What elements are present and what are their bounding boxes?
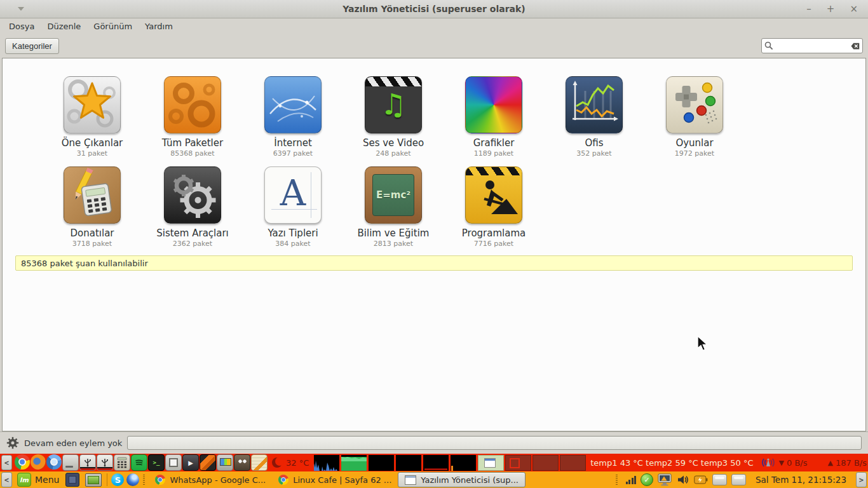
launcher-spotify[interactable] [131, 454, 147, 471]
launcher-usb-creator-1[interactable] [79, 454, 96, 471]
category-graphics[interactable]: Grafikler 1189 paket [444, 76, 544, 158]
category-label: Programlama [462, 227, 526, 239]
category-internet[interactable]: İnternet 6397 paket [243, 76, 343, 158]
search-input[interactable] [775, 41, 846, 51]
category-label: Ses ve Video [363, 137, 424, 149]
launcher-terminal[interactable]: >_ [148, 454, 165, 471]
category-label: İnternet [274, 137, 312, 149]
search-box[interactable] [761, 38, 863, 53]
menu-duzenle[interactable]: Düzenle [41, 20, 87, 33]
taskbar-window-software-manager[interactable]: Yazılım Yöneticisi (sup... [398, 472, 526, 487]
close-button[interactable]: × [850, 4, 858, 14]
mint-menu-icon[interactable]: lm [17, 473, 31, 487]
available-packages-text: 85368 paket şuan kullanılabilir [21, 259, 148, 268]
menu-dosya[interactable]: Dosya [3, 20, 41, 33]
menubar: Dosya Düzenle Görünüm Yardım [0, 18, 868, 34]
category-all-packages[interactable]: Tüm Paketler 85368 paket [142, 76, 243, 158]
net-graph[interactable] [423, 455, 449, 471]
category-label: Yazı Tipleri [268, 227, 318, 239]
launcher-media-player[interactable]: ▶ [182, 454, 199, 471]
available-packages-bar: 85368 paket şuan kullanılabilir [15, 255, 853, 271]
skype-icon[interactable]: S [111, 473, 124, 486]
clapperboard-stripes [365, 77, 421, 86]
taskbar-window-linux-cafe[interactable]: Linux Cafe | Sayfa 62 ... [272, 473, 398, 487]
blue-browser-icon[interactable] [126, 473, 139, 486]
clear-search-icon[interactable] [848, 42, 860, 50]
window-list-handle[interactable] [143, 475, 145, 485]
category-science-education[interactable]: E=mc² Bilim ve Eğitim 2813 paket [343, 166, 444, 248]
category-office[interactable]: Ofis 352 paket [544, 76, 644, 158]
ongoing-actions-text: Devam eden eylem yok [24, 438, 122, 448]
science-education-chalkboard-icon: E=mc² [365, 166, 422, 224]
window-shade-icon[interactable] [18, 7, 24, 11]
graph-3[interactable] [369, 455, 394, 471]
removable-drive-icon-2[interactable] [731, 474, 746, 485]
graph-4[interactable] [396, 455, 421, 471]
menu-yardim[interactable]: Yardım [139, 20, 179, 33]
launcher-gimp[interactable] [234, 454, 250, 471]
launcher-chrome[interactable] [15, 454, 30, 470]
taskbar-expand-button[interactable]: > [856, 472, 867, 487]
cpu-graph[interactable] [314, 455, 339, 471]
category-count: 85368 paket [170, 149, 214, 158]
battery-power-icon[interactable] [694, 475, 708, 484]
workspace-4[interactable] [560, 455, 586, 471]
shield-check-icon[interactable]: ✓ [641, 473, 653, 486]
menu-gorunum[interactable]: Görünüm [87, 20, 139, 33]
workspace-switcher [478, 455, 586, 471]
launcher-text-editor[interactable] [251, 454, 268, 471]
category-label: Sistem Araçları [156, 227, 229, 239]
disk-graph[interactable] [451, 455, 476, 471]
network-signal-icon[interactable] [626, 475, 637, 484]
taskbar-collapse-button[interactable]: < [1, 472, 12, 487]
removable-drive-icon-1[interactable] [712, 474, 727, 485]
panel1-collapse-button[interactable]: < [1, 455, 12, 470]
mint-menu-label[interactable]: Menu [35, 475, 59, 485]
launcher-chromium[interactable] [46, 454, 62, 470]
launcher-bar: >_ ▶ [15, 454, 268, 471]
category-fonts[interactable]: A Yazı Tipleri 384 paket [243, 166, 343, 248]
launcher-usb-creator-2[interactable] [97, 454, 113, 471]
category-programming[interactable]: Programlama 7716 paket [444, 166, 544, 248]
launcher-calculator[interactable] [114, 454, 130, 471]
category-featured[interactable]: Öne Çıkanlar 31 paket [42, 76, 142, 158]
network-speed-applet: ▼ 0 B/s ▲ 187 B/s [760, 457, 867, 468]
launcher-screenshot-tool[interactable] [165, 454, 182, 471]
workspace-2[interactable] [505, 455, 531, 471]
serif-a-glyph: A [265, 172, 321, 214]
minimize-button[interactable]: – [806, 4, 811, 14]
taskbar-window-whatsapp[interactable]: WhatsApp - Google C... [149, 473, 272, 487]
launcher-system-monitor[interactable] [217, 454, 233, 471]
category-system-tools[interactable]: Sistem Araçları 2362 paket [142, 166, 243, 248]
category-count: 31 paket [77, 149, 107, 158]
display-warning-icon[interactable] [658, 473, 672, 486]
search-icon [764, 41, 773, 50]
maximize-button[interactable]: + [827, 4, 835, 14]
category-accessories[interactable]: Donatılar 3718 paket [42, 166, 142, 248]
volume-icon[interactable] [677, 474, 689, 485]
launcher-disk-utility[interactable] [62, 454, 79, 471]
category-count: 248 paket [376, 149, 410, 158]
memory-graph[interactable] [341, 455, 367, 471]
launcher-video-editor[interactable] [200, 454, 216, 471]
clock[interactable]: Sal Tem 11, 21:15:23 [756, 475, 846, 485]
category-label: Oyunlar [675, 137, 713, 149]
category-sound-video[interactable]: ♫ Ses ve Video 248 paket [343, 76, 444, 158]
launcher-firefox[interactable] [31, 454, 46, 470]
workspace-3[interactable] [532, 455, 559, 471]
category-label: Bilim ve Eğitim [358, 227, 430, 239]
chrome-icon [278, 475, 288, 485]
office-chart-icon [566, 76, 623, 133]
temperature-sensors-text: temp1 43 °C temp2 59 °C temp3 50 °C [590, 458, 753, 468]
category-row-2: Donatılar 3718 paket [3, 166, 865, 248]
separator [107, 473, 107, 486]
tray-handle[interactable] [616, 475, 618, 485]
cpu-chip-icon[interactable] [65, 473, 79, 487]
download-arrow-icon: ▼ [779, 459, 784, 467]
category-games[interactable]: Oyunlar 1972 paket [644, 76, 745, 158]
show-desktop-icon[interactable] [85, 473, 102, 487]
upload-arrow-icon: ▲ [827, 459, 832, 467]
titlebar[interactable]: Yazılım Yöneticisi (superuser olarak) – … [0, 0, 868, 18]
categories-button[interactable]: Kategoriler [5, 38, 59, 54]
workspace-1[interactable] [478, 455, 504, 471]
